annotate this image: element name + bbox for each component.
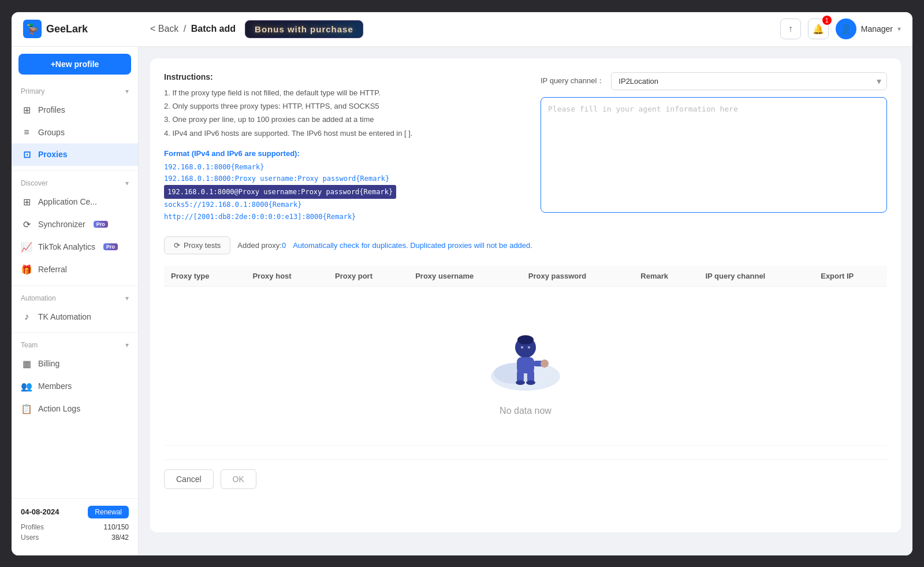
col-proxy-port: Proxy port	[328, 266, 408, 287]
sidebar-item-application-center[interactable]: ⊞ Application Ce...	[12, 191, 138, 213]
profiles-stat-row: Profiles 110/150	[21, 523, 129, 531]
user-icon: 👤	[840, 24, 852, 35]
breadcrumb-back[interactable]: < Back	[150, 24, 178, 34]
table-header-row: Proxy type Proxy host Proxy port Proxy u…	[164, 266, 887, 287]
sidebar-item-synchronizer[interactable]: ⟳ Synchronizer Pro	[12, 213, 138, 236]
bonus-text: Bonus with purchase	[255, 24, 353, 34]
no-data-text: No data now	[500, 406, 552, 416]
proxy-tests-label: Proxy tests	[184, 241, 221, 250]
team-section-label: Team ▾	[12, 338, 138, 353]
automation-chevron-icon: ▾	[125, 294, 129, 302]
col-proxy-username: Proxy username	[408, 266, 521, 287]
sidebar-item-label: TikTok Analytics	[38, 242, 95, 251]
duplicate-check-text: Automatically check for duplicates. Dupl…	[293, 241, 532, 250]
footer-actions: Cancel OK	[164, 459, 887, 489]
sidebar-item-groups[interactable]: ≡ Groups	[12, 121, 138, 143]
header-right: ↑ 🔔 1 👤 Manager ▾	[780, 18, 901, 39]
users-stat-value: 38/42	[111, 533, 129, 542]
sidebar-bottom: 04-08-2024 Renewal Profiles 110/150 User…	[12, 498, 138, 549]
new-profile-button[interactable]: +New profile	[18, 54, 131, 75]
list-icon: ≡	[21, 127, 32, 138]
sidebar-item-label: Application Ce...	[38, 197, 97, 206]
members-icon: 👥	[21, 381, 32, 392]
sidebar-item-referral[interactable]: 🎁 Referral	[12, 258, 138, 281]
sidebar-item-tk-automation[interactable]: ♪ TK Automation	[12, 306, 138, 328]
proxy-tests-button[interactable]: ⟳ Proxy tests	[164, 236, 230, 254]
sync-icon: ⟳	[21, 219, 32, 230]
sidebar-item-label: Action Logs	[38, 404, 80, 413]
instruction-2: 2. Only supports three proxy types: HTTP…	[164, 99, 522, 113]
added-proxy-label: Added proxy:	[237, 241, 282, 250]
sidebar-item-label: Profiles	[38, 105, 65, 114]
breadcrumb-current: Batch add	[191, 24, 236, 34]
ip-query-label: IP query channel：	[541, 76, 604, 86]
profiles-stat-label: Profiles	[21, 523, 44, 531]
agent-info-textarea[interactable]	[541, 97, 887, 213]
user-area[interactable]: 👤 Manager ▾	[836, 18, 901, 39]
col-ip-query-channel: IP query channel	[698, 266, 814, 287]
format-line-1: 192.168.0.1:8000{Remark}	[164, 161, 522, 173]
proxy-table: Proxy type Proxy host Proxy port Proxy u…	[164, 266, 887, 446]
proxy-tests-row: ⟳ Proxy tests Added proxy:0 Automaticall…	[164, 236, 887, 254]
logo-area: 🦆 GeeLark	[23, 20, 150, 38]
format-line-5: http://[2001:db8:2de:0:0:0:0:e13]:8000{R…	[164, 211, 522, 223]
bonus-banner[interactable]: Bonus with purchase	[245, 20, 363, 38]
svg-point-7	[516, 380, 525, 385]
added-proxy-count: 0	[282, 241, 286, 250]
no-data-area: No data now	[171, 292, 880, 439]
primary-section-label: Primary ▾	[12, 84, 138, 99]
ip-query-row: IP query channel： IP2Location ipinfo.io …	[541, 72, 887, 90]
instruction-3: 3. One proxy per line, up to 100 proxies…	[164, 113, 522, 126]
notification-button[interactable]: 🔔 1	[808, 18, 829, 39]
chart-icon: 📈	[21, 242, 32, 253]
proxy-icon: ⊡	[21, 149, 32, 160]
instructions-left: Instructions: 1. If the proxy type field…	[164, 72, 522, 223]
breadcrumb-separator: /	[184, 24, 186, 34]
cancel-button[interactable]: Cancel	[164, 469, 214, 489]
format-line-4: socks5://192.168.0.1:8000{Remark}	[164, 199, 522, 210]
svg-point-8	[526, 380, 535, 385]
col-export-ip: Export IP	[814, 266, 887, 287]
svg-point-11	[521, 346, 523, 349]
sidebar-divider-3	[12, 332, 138, 333]
primary-chevron-icon: ▾	[125, 87, 129, 95]
pro-badge: Pro	[94, 221, 108, 228]
instruction-1: 1. If the proxy type field is not filled…	[164, 86, 522, 99]
format-line-3: 192.168.0.1:8000@Proxy username:Proxy pa…	[164, 185, 396, 199]
spinner-icon: ⟳	[174, 241, 180, 250]
header-center: < Back / Batch add Bonus with purchase	[150, 20, 780, 38]
sidebar-item-tiktok-analytics[interactable]: 📈 TikTok Analytics Pro	[12, 236, 138, 258]
header: 🦆 GeeLark < Back / Batch add Bonus with …	[12, 12, 912, 47]
upload-button[interactable]: ↑	[780, 18, 801, 39]
format-title: Format (IPv4 and IPv6 are supported):	[164, 149, 522, 158]
instructions-right: IP query channel： IP2Location ipinfo.io …	[541, 72, 887, 223]
sidebar-item-label: Members	[38, 381, 72, 391]
no-data-illustration	[482, 327, 569, 396]
discover-section-label: Discover ▾	[12, 176, 138, 191]
ip-query-select-wrapper: IP2Location ipinfo.io ip-api.com	[611, 72, 887, 90]
users-stat-row: Users 38/42	[21, 533, 129, 542]
sidebar-item-action-logs[interactable]: 📋 Action Logs	[12, 398, 138, 420]
ip-query-select[interactable]: IP2Location ipinfo.io ip-api.com	[611, 72, 887, 90]
date-text: 04-08-2024	[21, 507, 59, 516]
logo-icon: 🦆	[23, 20, 42, 38]
table-row: No data now	[164, 287, 887, 446]
team-chevron-icon: ▾	[125, 341, 129, 349]
sidebar-item-proxies[interactable]: ⊡ Proxies	[12, 143, 138, 166]
instructions-list: 1. If the proxy type field is not filled…	[164, 86, 522, 140]
sidebar-item-label: TK Automation	[38, 312, 91, 321]
sidebar-item-profiles[interactable]: ⊞ Profiles	[12, 99, 138, 121]
ok-button[interactable]: OK	[221, 469, 256, 489]
sidebar-item-members[interactable]: 👥 Members	[12, 375, 138, 398]
notification-badge: 1	[822, 16, 832, 25]
automation-section-label: Automation ▾	[12, 291, 138, 306]
grid-icon: ⊞	[21, 105, 32, 116]
renewal-button[interactable]: Renewal	[88, 506, 129, 518]
breadcrumb: < Back / Batch add	[150, 24, 236, 34]
sidebar-item-label: Referral	[38, 265, 67, 274]
sidebar-item-billing[interactable]: ▦ Billing	[12, 353, 138, 375]
users-stat-label: Users	[21, 533, 39, 542]
col-proxy-host: Proxy host	[245, 266, 328, 287]
auto-icon: ♪	[21, 312, 32, 322]
col-proxy-type: Proxy type	[164, 266, 245, 287]
